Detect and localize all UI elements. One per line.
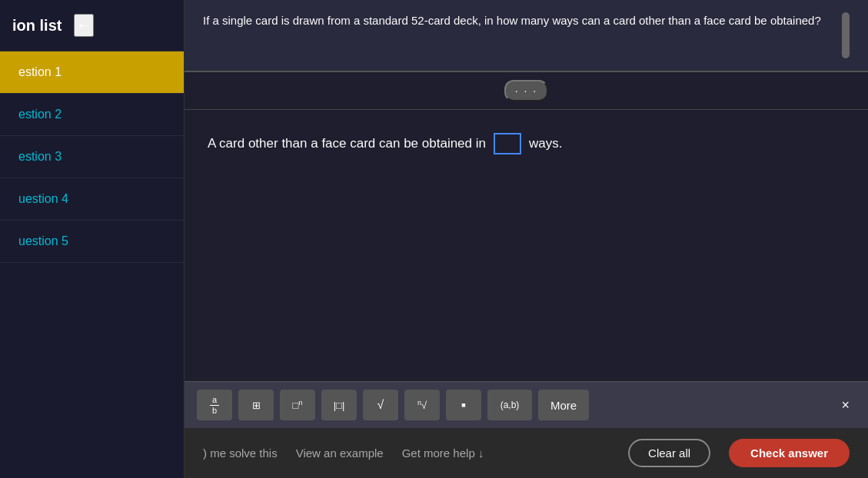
get-more-help-link[interactable]: Get more help ↓ xyxy=(402,446,484,460)
sidebar-header: ion list ← xyxy=(0,0,184,51)
point-button[interactable]: (a,b) xyxy=(487,390,532,420)
scrollbar-indicator[interactable] xyxy=(842,12,850,58)
decimal-button[interactable]: ▪ xyxy=(446,390,481,420)
sidebar-questions: estion 1 estion 2 estion 3 uestion 4 ues… xyxy=(0,51,184,478)
main-content: If a single card is drawn from a standar… xyxy=(185,0,868,478)
sidebar-item-q5[interactable]: uestion 5 xyxy=(0,221,184,263)
dots-button[interactable]: · · · xyxy=(504,80,548,101)
sqrt-button[interactable]: √ xyxy=(363,390,398,420)
mixed-number-button[interactable]: ⊞ xyxy=(238,390,274,420)
answer-input[interactable] xyxy=(494,133,521,154)
sidebar-title: ion list xyxy=(12,17,62,35)
nth-root-button[interactable]: n√ xyxy=(404,390,440,420)
question-header: If a single card is drawn from a standar… xyxy=(185,0,868,72)
sidebar: ion list ← estion 1 estion 2 estion 3 ue… xyxy=(0,0,185,478)
math-toolbar: a b ⊞ □n |□| √ n√ ▪ (a,b) xyxy=(185,381,868,428)
check-answer-button[interactable]: Check answer xyxy=(729,439,850,467)
answer-sentence: A card other than a face card can be obt… xyxy=(208,133,845,154)
question-body: · · · A card other than a face card can … xyxy=(185,72,868,381)
dots-section: · · · xyxy=(185,72,868,110)
sidebar-item-q3[interactable]: estion 3 xyxy=(0,136,184,178)
view-example-link[interactable]: View an example xyxy=(296,446,384,460)
absolute-value-button[interactable]: |□| xyxy=(321,390,357,420)
superscript-button[interactable]: □n xyxy=(280,390,315,420)
answer-prefix: A card other than a face card can be obt… xyxy=(208,136,486,151)
close-toolbar-button[interactable]: × xyxy=(835,394,856,417)
question-text: If a single card is drawn from a standar… xyxy=(203,14,821,27)
help-me-solve-link[interactable]: ) me solve this xyxy=(203,446,278,460)
answer-area: A card other than a face card can be obt… xyxy=(185,110,868,381)
sidebar-item-q2[interactable]: estion 2 xyxy=(0,94,184,136)
clear-all-button[interactable]: Clear all xyxy=(628,439,710,467)
sidebar-item-q1[interactable]: estion 1 xyxy=(0,51,184,94)
sidebar-item-q4[interactable]: uestion 4 xyxy=(0,178,184,221)
question-header-text: If a single card is drawn from a standar… xyxy=(203,12,842,30)
answer-suffix: ways. xyxy=(529,136,562,151)
bottom-bar: ) me solve this View an example Get more… xyxy=(185,428,868,478)
sidebar-back-button[interactable]: ← xyxy=(74,14,94,37)
more-button[interactable]: More xyxy=(538,390,589,420)
fraction-button[interactable]: a b xyxy=(197,390,232,420)
